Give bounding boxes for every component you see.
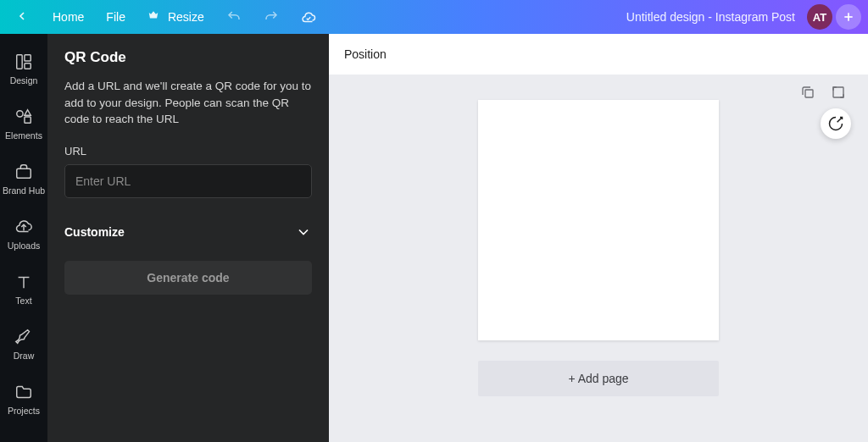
sparkle-icon xyxy=(827,115,844,132)
url-input[interactable] xyxy=(64,164,312,198)
svg-rect-12 xyxy=(805,90,813,97)
position-button[interactable]: Position xyxy=(344,42,387,66)
svg-rect-13 xyxy=(833,87,843,97)
svg-rect-4 xyxy=(25,64,31,69)
page-controls xyxy=(798,83,848,102)
back-button[interactable] xyxy=(7,4,39,30)
crown-icon xyxy=(147,9,163,25)
cloud-sync-button[interactable] xyxy=(292,4,325,30)
avatar-initials: AT xyxy=(813,11,826,24)
cloud-upload-icon xyxy=(14,218,33,236)
canvas-toolbar: Position xyxy=(329,34,868,75)
file-menu[interactable]: File xyxy=(97,5,134,29)
customize-label: Customize xyxy=(64,225,125,239)
resize-label: Resize xyxy=(168,10,204,24)
undo-button[interactable] xyxy=(218,4,250,30)
design-page[interactable] xyxy=(478,100,719,340)
rail-draw[interactable]: Draw xyxy=(0,319,47,373)
plus-icon xyxy=(842,10,855,24)
rail-projects[interactable]: Projects xyxy=(0,374,47,428)
redo-icon xyxy=(264,9,279,25)
undo-icon xyxy=(226,9,242,25)
templates-icon xyxy=(14,52,33,71)
rail-label: Elements xyxy=(5,130,42,141)
workspace: + Add page xyxy=(329,75,868,442)
cloud-check-icon xyxy=(301,9,316,25)
shapes-icon xyxy=(14,108,33,126)
rail-label: Design xyxy=(10,75,38,86)
canvas-area: Position xyxy=(329,34,868,442)
rail-label: Projects xyxy=(8,406,40,416)
share-plus-button[interactable] xyxy=(836,4,861,30)
document-title[interactable]: Untitled design - Instagram Post xyxy=(626,10,795,24)
svg-rect-8 xyxy=(17,169,31,178)
add-page-label: + Add page xyxy=(568,372,628,385)
rail-uploads[interactable]: Uploads xyxy=(0,209,47,262)
svg-rect-3 xyxy=(25,55,31,61)
customize-toggle[interactable]: Customize xyxy=(64,215,312,249)
redo-button[interactable] xyxy=(255,4,287,30)
panel-description: Add a URL and we'll create a QR code for… xyxy=(64,78,312,128)
rail-label: Draw xyxy=(14,351,35,361)
duplicate-icon xyxy=(800,85,815,100)
expand-page-button[interactable] xyxy=(829,83,848,102)
duplicate-page-button[interactable] xyxy=(798,83,817,102)
avatar[interactable]: AT xyxy=(807,4,832,30)
rail-brandhub[interactable]: Brand Hub xyxy=(0,154,47,207)
chevron-down-icon xyxy=(295,224,312,240)
file-label: File xyxy=(106,10,125,24)
text-icon xyxy=(14,273,33,291)
chevron-left-icon xyxy=(15,9,31,25)
svg-rect-2 xyxy=(17,55,22,69)
expand-icon xyxy=(831,85,846,100)
rail-design[interactable]: Design xyxy=(0,44,47,97)
briefcase-icon xyxy=(14,163,33,181)
resize-button[interactable]: Resize xyxy=(139,4,213,30)
add-page-button[interactable]: + Add page xyxy=(478,361,719,396)
svg-rect-6 xyxy=(25,117,31,123)
panel-title: QR Code xyxy=(64,49,312,66)
svg-line-14 xyxy=(837,118,843,123)
rail-text[interactable]: Text xyxy=(0,264,47,318)
home-label: Home xyxy=(53,10,84,24)
magic-assist-button[interactable] xyxy=(821,108,851,139)
rail-label: Brand Hub xyxy=(3,185,45,196)
rail-label: Uploads xyxy=(8,240,41,251)
generate-code-button[interactable]: Generate code xyxy=(64,261,312,295)
svg-point-5 xyxy=(17,111,23,117)
rail-elements[interactable]: Elements xyxy=(0,99,47,152)
top-toolbar: Home File Resize xyxy=(0,0,868,34)
nav-rail: Design Elements Brand Hub Uploads xyxy=(0,34,47,442)
side-panel: QR Code Add a URL and we'll create a QR … xyxy=(47,34,329,442)
svg-marker-7 xyxy=(25,110,31,115)
url-field-label: URL xyxy=(64,145,312,157)
rail-label: Text xyxy=(15,296,31,306)
folder-icon xyxy=(14,383,33,401)
home-button[interactable]: Home xyxy=(44,5,92,29)
brush-icon xyxy=(14,328,33,346)
